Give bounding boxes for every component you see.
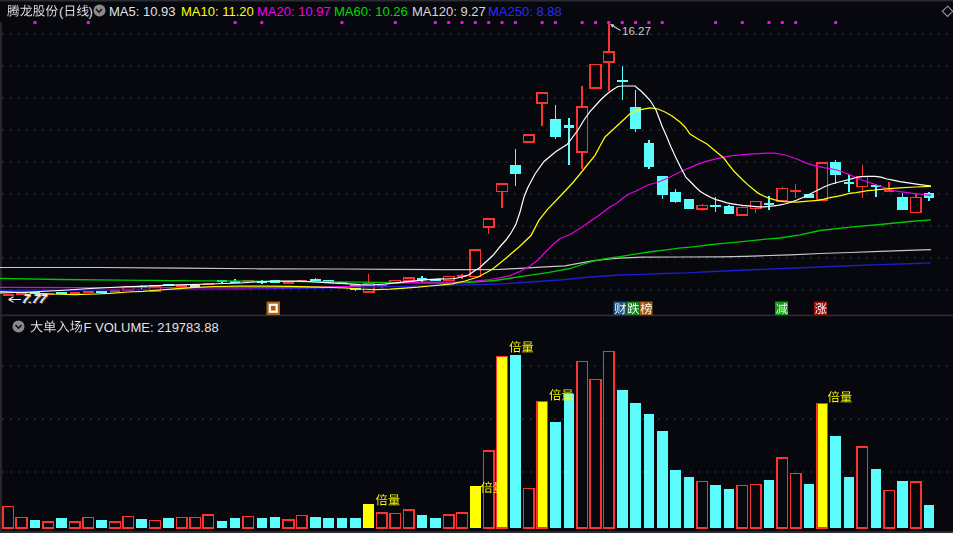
svg-text:F VOLUME: 219783.88: F VOLUME: 219783.88 — [84, 320, 219, 335]
svg-text:MA120: 9.27: MA120: 9.27 — [412, 4, 486, 19]
svg-text:MA20: 10.97: MA20: 10.97 — [257, 4, 331, 19]
svg-text:7.77: 7.77 — [21, 292, 49, 306]
svg-text:(: ( — [59, 4, 64, 19]
svg-text:MA60: 10.26: MA60: 10.26 — [334, 4, 408, 19]
svg-text:16.27: 16.27 — [622, 25, 651, 37]
svg-text:MA5: 10.93: MA5: 10.93 — [109, 4, 176, 19]
svg-text:MA250: 8.88: MA250: 8.88 — [488, 4, 562, 19]
svg-text:): ) — [89, 4, 93, 19]
svg-text:MA10: 11.20: MA10: 11.20 — [181, 4, 254, 19]
